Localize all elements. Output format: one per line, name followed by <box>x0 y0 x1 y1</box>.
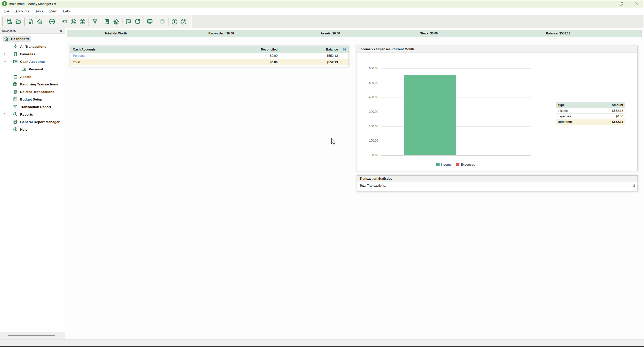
nav-label: Transaction Report <box>20 105 51 109</box>
status-bar <box>0 339 644 347</box>
speech-bubble-icon[interactable] <box>124 17 133 27</box>
restore-icon[interactable] <box>614 0 629 8</box>
nav-label: Cash Accounts <box>20 60 45 64</box>
nav-label: All Transactions <box>20 45 46 48</box>
navigation-tree: Dashboard All Transactions <box>0 34 65 133</box>
y-tick-label: 100.00 <box>357 139 378 142</box>
menu-view[interactable]: View <box>47 8 59 15</box>
nav-label: Assets <box>20 75 31 79</box>
menu-help[interactable]: Help <box>60 8 72 15</box>
chevron-right-icon[interactable] <box>3 52 9 57</box>
home-icon <box>4 36 9 41</box>
folder-open-icon[interactable] <box>14 17 23 27</box>
trash-icon <box>13 89 18 94</box>
y-tick-label: 400.00 <box>357 95 378 99</box>
nav-item-help[interactable]: Help <box>0 126 65 133</box>
help-circle-icon[interactable] <box>179 17 188 27</box>
nav-item-assets[interactable]: Assets <box>0 73 65 80</box>
toolbar <box>0 15 644 28</box>
transaction-statistics-title: Transaction Statistics <box>360 177 392 180</box>
minimize-icon[interactable] <box>599 0 614 8</box>
table-row: Income $552.13 <box>556 108 625 114</box>
file-plus-icon[interactable] <box>26 17 35 27</box>
info-circle-icon[interactable] <box>170 17 179 27</box>
nav-label: Budget Setup <box>20 97 42 101</box>
scrollbar-thumb[interactable] <box>8 335 55 336</box>
plus-circle-icon[interactable] <box>48 17 57 27</box>
close-icon[interactable] <box>59 29 63 33</box>
column-type: Type <box>558 103 612 107</box>
navigation-panel: Navigation Dashboard <box>0 28 65 339</box>
nav-item-dashboard[interactable]: Dashboard <box>0 35 65 43</box>
gear-icon[interactable] <box>112 17 121 27</box>
cash-accounts-panel: Cash Accounts Reconciled Balance [-] Per… <box>70 46 349 67</box>
user-circle-icon[interactable] <box>69 17 78 27</box>
expenses-swatch-icon <box>456 163 459 166</box>
legend-income[interactable]: Income <box>436 163 452 166</box>
bag-icon <box>13 74 18 79</box>
nav-label: General Report Manager <box>20 120 60 124</box>
nav-item-favorites[interactable]: Favorites <box>0 50 65 58</box>
y-tick-label: 600.00 <box>357 67 378 70</box>
nav-item-transaction-report[interactable]: Transaction Report <box>0 103 65 111</box>
legend-expenses[interactable]: Expenses <box>456 163 475 166</box>
chevron-down-icon[interactable] <box>3 59 9 64</box>
total-balance: $552.13 <box>278 61 338 64</box>
nav-item-all-transactions[interactable]: All Transactions <box>0 43 65 50</box>
nav-item-general-report-manager[interactable]: General Report Manager <box>0 118 65 126</box>
table-row: Personal $0.00 $552.13 <box>70 53 349 59</box>
calendar-icon <box>13 97 18 102</box>
cash-accounts-title: Cash Accounts <box>73 48 197 51</box>
total-transactions-label: Total Transactions: <box>360 184 633 187</box>
window-title: main.mmb - Money Manager Ex <box>9 2 56 6</box>
collapse-panel-link[interactable]: [-] <box>343 48 346 51</box>
dollar-circle-icon[interactable] <box>78 17 87 27</box>
note-edit-icon[interactable] <box>103 17 112 27</box>
tag-icon[interactable] <box>60 17 69 27</box>
income-expenses-bar-chart: 600.00 500.00 400.00 300.00 200.00 100.0… <box>357 53 637 171</box>
cash-accounts-header-row: Cash Accounts Reconciled Balance [-] <box>70 46 349 53</box>
refresh-icon[interactable] <box>133 17 142 27</box>
y-tick-label: 200.00 <box>357 125 378 128</box>
database-plus-icon[interactable] <box>5 17 14 27</box>
y-tick-label: 0.00 <box>357 154 378 157</box>
income-expenses-title: Income vs Expenses: Current Month <box>360 47 414 51</box>
home-icon[interactable] <box>35 17 44 27</box>
help-icon <box>13 127 18 132</box>
pie-chart-icon <box>13 112 18 117</box>
wallet-icon <box>21 67 26 72</box>
calendar-clock-icon <box>13 82 18 87</box>
close-icon[interactable] <box>629 0 644 8</box>
income-bar <box>404 75 456 155</box>
total-label: Total: <box>73 61 197 64</box>
balance-value: $552.13 <box>278 54 338 58</box>
nav-label: Personal <box>29 67 43 71</box>
toolbar-separator <box>58 18 58 26</box>
income-expenses-summary-table: Type Amount Income $552.13 Expenses $0.0… <box>556 102 625 125</box>
nav-item-deleted-transactions[interactable]: Deleted Transactions <box>0 88 65 95</box>
toolbar-separator <box>168 18 168 26</box>
funnel-icon <box>13 104 18 109</box>
summary-reconciled: Reconciled: $0.00 <box>164 32 278 35</box>
chevron-right-icon[interactable] <box>3 112 9 117</box>
toolbar-separator <box>89 18 89 26</box>
nav-item-reports[interactable]: Reports <box>0 111 65 118</box>
nav-item-cash-accounts[interactable]: Cash Accounts <box>0 58 65 65</box>
menu-tools[interactable]: Tools <box>33 8 46 15</box>
summary-assets: Assets: $0.00 <box>278 32 383 35</box>
total-transactions-row: Total Transactions: 3 <box>357 183 637 189</box>
account-link-personal[interactable]: Personal <box>73 54 85 58</box>
toolbar-gripper[interactable] <box>2 17 3 26</box>
nav-item-recurring-transactions[interactable]: Recurring Transactions <box>0 80 65 88</box>
nav-item-budget-setup[interactable]: Budget Setup <box>0 95 65 103</box>
toolbar-separator <box>101 18 101 26</box>
funnel-icon[interactable] <box>90 17 99 27</box>
printer-icon <box>158 17 167 27</box>
nav-item-personal[interactable]: Personal <box>0 65 65 73</box>
menu-accounts[interactable]: Accounts <box>13 8 32 15</box>
menu-bar: File Accounts Tools View Help <box>0 8 644 15</box>
nav-label: Recurring Transactions <box>20 82 58 86</box>
monitor-icon[interactable] <box>145 17 154 27</box>
nav-horizontal-scrollbar[interactable] <box>0 332 65 339</box>
menu-file[interactable]: File <box>1 8 12 15</box>
